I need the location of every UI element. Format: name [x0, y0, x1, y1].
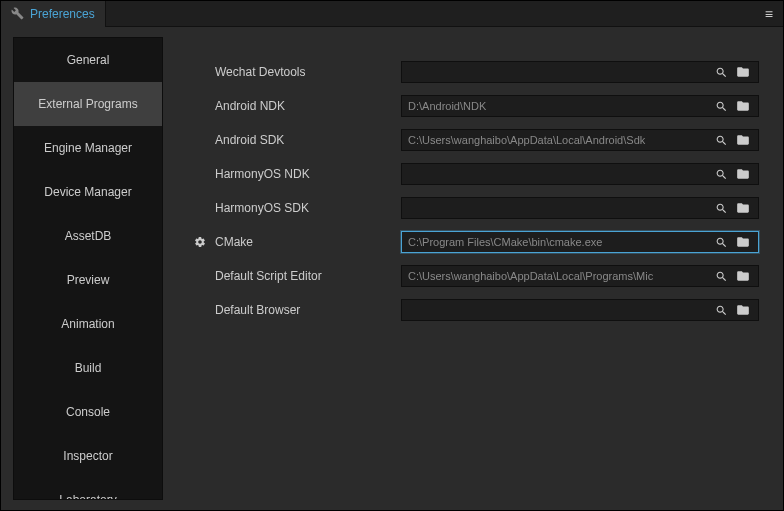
- tab-title: Preferences: [30, 7, 95, 21]
- field-wrap: [401, 61, 759, 83]
- form-row: HarmonyOS SDK: [191, 191, 759, 225]
- field-label: HarmonyOS SDK: [215, 201, 395, 215]
- sidebar-item-label: Animation: [61, 317, 114, 331]
- sidebar-item-label: Console: [66, 405, 110, 419]
- path-input[interactable]: [401, 299, 759, 321]
- sidebar-item-label: Preview: [67, 273, 110, 287]
- path-input-value: C:\Users\wanghaibo\AppData\Local\Android…: [408, 134, 708, 146]
- search-icon[interactable]: [712, 233, 730, 251]
- sidebar-item-label: Engine Manager: [44, 141, 132, 155]
- folder-icon[interactable]: [734, 233, 752, 251]
- hamburger-menu-icon[interactable]: ≡: [755, 6, 783, 22]
- form-row: Android SDKC:\Users\wanghaibo\AppData\Lo…: [191, 123, 759, 157]
- wrench-icon: [11, 7, 24, 20]
- content: GeneralExternal ProgramsEngine ManagerDe…: [1, 27, 783, 510]
- folder-icon[interactable]: [734, 131, 752, 149]
- search-icon[interactable]: [712, 267, 730, 285]
- folder-icon[interactable]: [734, 267, 752, 285]
- sidebar-item-build[interactable]: Build: [14, 346, 162, 390]
- sidebar-item-label: Build: [75, 361, 102, 375]
- sidebar-item-label: Laboratory: [59, 493, 116, 500]
- sidebar-item-console[interactable]: Console: [14, 390, 162, 434]
- sidebar-item-label: General: [67, 53, 110, 67]
- main-panel: Wechat DevtoolsAndroid NDKD:\Android\NDK…: [171, 27, 783, 510]
- field-label: CMake: [215, 235, 395, 249]
- titlebar: Preferences ≡: [1, 1, 783, 27]
- sidebar-item-animation[interactable]: Animation: [14, 302, 162, 346]
- sidebar-item-label: External Programs: [38, 97, 137, 111]
- form-row: Wechat Devtools: [191, 55, 759, 89]
- field-wrap: [401, 197, 759, 219]
- sidebar-item-label: AssetDB: [65, 229, 112, 243]
- sidebar-item-label: Device Manager: [44, 185, 131, 199]
- folder-icon[interactable]: [734, 165, 752, 183]
- path-input[interactable]: [401, 163, 759, 185]
- form-row: HarmonyOS NDK: [191, 157, 759, 191]
- sidebar-item-engine-manager[interactable]: Engine Manager: [14, 126, 162, 170]
- field-label: Android NDK: [215, 99, 395, 113]
- path-input[interactable]: [401, 61, 759, 83]
- sidebar-item-label: Inspector: [63, 449, 112, 463]
- path-input[interactable]: [401, 197, 759, 219]
- search-icon[interactable]: [712, 199, 730, 217]
- folder-icon[interactable]: [734, 97, 752, 115]
- folder-icon[interactable]: [734, 199, 752, 217]
- field-wrap: D:\Android\NDK: [401, 95, 759, 117]
- field-wrap: C:\Users\wanghaibo\AppData\Local\Program…: [401, 265, 759, 287]
- search-icon[interactable]: [712, 301, 730, 319]
- path-input-value: C:\Program Files\CMake\bin\cmake.exe: [408, 236, 708, 248]
- search-icon[interactable]: [712, 63, 730, 81]
- folder-icon[interactable]: [734, 63, 752, 81]
- search-icon[interactable]: [712, 131, 730, 149]
- sidebar-item-assetdb[interactable]: AssetDB: [14, 214, 162, 258]
- search-icon[interactable]: [712, 97, 730, 115]
- tab-preferences[interactable]: Preferences: [1, 1, 106, 27]
- form-row: CMakeC:\Program Files\CMake\bin\cmake.ex…: [191, 225, 759, 259]
- sidebar-item-external-programs[interactable]: External Programs: [14, 82, 162, 126]
- path-input[interactable]: C:\Users\wanghaibo\AppData\Local\Program…: [401, 265, 759, 287]
- sidebar-item-preview[interactable]: Preview: [14, 258, 162, 302]
- folder-icon[interactable]: [734, 301, 752, 319]
- field-wrap: C:\Program Files\CMake\bin\cmake.exe: [401, 231, 759, 253]
- field-label: Default Script Editor: [215, 269, 395, 283]
- field-label: Wechat Devtools: [215, 65, 395, 79]
- field-label: Android SDK: [215, 133, 395, 147]
- sidebar-item-laboratory[interactable]: Laboratory: [14, 478, 162, 500]
- field-label: Default Browser: [215, 303, 395, 317]
- field-label: HarmonyOS NDK: [215, 167, 395, 181]
- gear-cell: [191, 236, 209, 248]
- sidebar-item-device-manager[interactable]: Device Manager: [14, 170, 162, 214]
- form-row: Android NDKD:\Android\NDK: [191, 89, 759, 123]
- gear-icon[interactable]: [194, 236, 206, 248]
- path-input[interactable]: C:\Program Files\CMake\bin\cmake.exe: [401, 231, 759, 253]
- form-row: Default Browser: [191, 293, 759, 327]
- field-wrap: [401, 299, 759, 321]
- sidebar-item-inspector[interactable]: Inspector: [14, 434, 162, 478]
- sidebar: GeneralExternal ProgramsEngine ManagerDe…: [13, 37, 163, 500]
- search-icon[interactable]: [712, 165, 730, 183]
- path-input-value: C:\Users\wanghaibo\AppData\Local\Program…: [408, 270, 708, 282]
- path-input[interactable]: D:\Android\NDK: [401, 95, 759, 117]
- sidebar-item-general[interactable]: General: [14, 38, 162, 82]
- field-wrap: [401, 163, 759, 185]
- path-input-value: D:\Android\NDK: [408, 100, 708, 112]
- path-input[interactable]: C:\Users\wanghaibo\AppData\Local\Android…: [401, 129, 759, 151]
- form-row: Default Script EditorC:\Users\wanghaibo\…: [191, 259, 759, 293]
- sidebar-wrap: GeneralExternal ProgramsEngine ManagerDe…: [1, 27, 171, 510]
- field-wrap: C:\Users\wanghaibo\AppData\Local\Android…: [401, 129, 759, 151]
